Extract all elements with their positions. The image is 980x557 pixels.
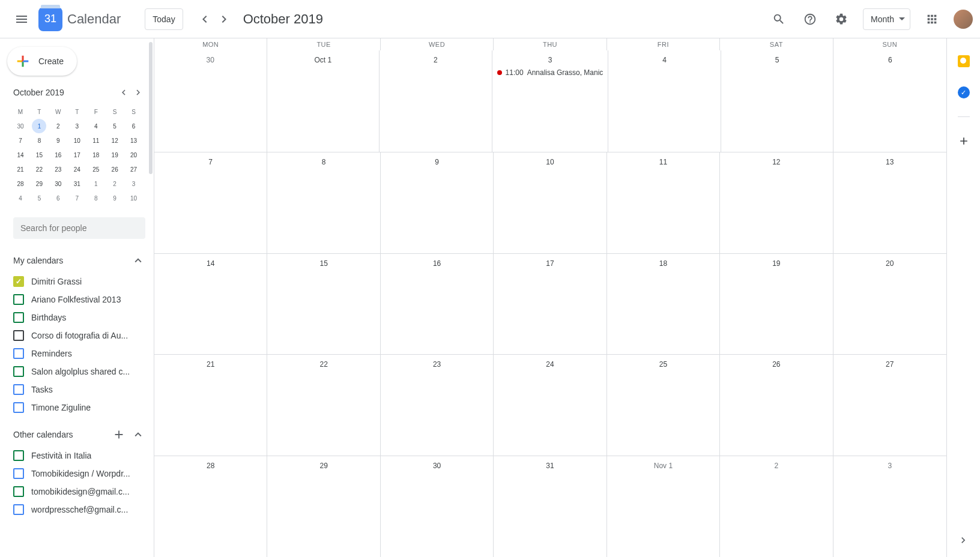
calendar-checkbox[interactable] xyxy=(13,450,24,461)
view-selector[interactable]: Month xyxy=(863,8,910,30)
day-cell[interactable]: 18 xyxy=(607,254,720,355)
day-cell[interactable]: 3 xyxy=(833,456,946,557)
my-calendar-item[interactable]: Birthdays xyxy=(13,309,148,327)
day-cell[interactable]: 5 xyxy=(721,50,834,152)
mini-day[interactable]: 31 xyxy=(70,176,84,191)
mini-day[interactable]: 12 xyxy=(107,133,122,148)
other-calendar-item[interactable]: Tomobikidesign / Worpdr... xyxy=(13,465,148,483)
search-people-input[interactable] xyxy=(20,223,138,233)
mini-day[interactable]: 5 xyxy=(107,119,122,133)
other-calendars-header[interactable]: Other calendars xyxy=(13,423,148,447)
my-calendar-item[interactable]: Dimitri Grassi xyxy=(13,272,148,291)
day-cell[interactable]: 21 xyxy=(154,355,267,456)
mini-day[interactable]: 26 xyxy=(107,162,122,176)
search-people[interactable] xyxy=(13,217,145,239)
calendar-checkbox[interactable] xyxy=(13,504,24,515)
mini-day[interactable]: 5 xyxy=(32,191,46,205)
mini-day[interactable]: 27 xyxy=(127,162,141,176)
my-calendars-collapse[interactable] xyxy=(129,251,148,270)
day-cell[interactable]: 22 xyxy=(267,355,380,456)
create-button[interactable]: Create xyxy=(7,47,77,76)
day-cell[interactable]: 28 xyxy=(154,456,267,557)
day-cell[interactable]: 23 xyxy=(381,355,494,456)
mini-prev-button[interactable] xyxy=(116,85,131,100)
day-cell[interactable]: 8 xyxy=(267,152,380,253)
mini-day[interactable]: 19 xyxy=(107,148,122,162)
mini-day[interactable]: 10 xyxy=(70,133,84,148)
mini-day[interactable]: 7 xyxy=(13,133,28,148)
day-cell[interactable]: 13 xyxy=(833,152,946,253)
day-cell[interactable]: 30 xyxy=(154,50,267,152)
mini-day[interactable]: 21 xyxy=(13,162,28,176)
day-cell[interactable]: 2 xyxy=(720,456,833,557)
day-cell[interactable]: 16 xyxy=(381,254,494,355)
my-calendar-item[interactable]: Timone Ziguline xyxy=(13,399,148,417)
calendar-event[interactable]: 11:00Annalisa Grasso, Manic xyxy=(495,67,606,78)
add-other-calendar[interactable] xyxy=(109,425,129,444)
day-cell[interactable]: 25 xyxy=(607,355,720,456)
day-cell[interactable]: 311:00Annalisa Grasso, Manic xyxy=(492,50,609,152)
other-calendar-item[interactable]: Festività in Italia xyxy=(13,447,148,465)
main-menu-button[interactable] xyxy=(7,5,36,34)
day-cell[interactable]: 14 xyxy=(154,254,267,355)
calendar-checkbox[interactable] xyxy=(13,294,24,305)
day-cell[interactable]: 15 xyxy=(267,254,380,355)
mini-day[interactable]: 15 xyxy=(32,148,46,162)
my-calendar-item[interactable]: Ariano Folkfestival 2013 xyxy=(13,291,148,309)
day-cell[interactable]: 10 xyxy=(494,152,606,253)
mini-day[interactable]: 23 xyxy=(51,162,65,176)
my-calendar-item[interactable]: Reminders xyxy=(13,345,148,363)
mini-day[interactable]: 18 xyxy=(89,148,103,162)
mini-day[interactable]: 28 xyxy=(13,176,28,191)
mini-day[interactable]: 29 xyxy=(32,176,46,191)
day-cell[interactable]: 29 xyxy=(267,456,380,557)
mini-day[interactable]: 8 xyxy=(32,133,46,148)
day-cell[interactable]: Nov 1 xyxy=(607,456,720,557)
mini-day[interactable]: 10 xyxy=(127,191,141,205)
day-cell[interactable]: 27 xyxy=(833,355,946,456)
mini-day[interactable]: 24 xyxy=(70,162,84,176)
mini-day[interactable]: 3 xyxy=(127,176,141,191)
mini-day[interactable]: 16 xyxy=(51,148,65,162)
calendar-checkbox[interactable] xyxy=(13,330,24,341)
sidebar-scrollbar[interactable] xyxy=(149,42,153,174)
mini-day[interactable]: 2 xyxy=(51,119,65,133)
my-calendar-item[interactable]: Corso di fotografia di Au... xyxy=(13,327,148,345)
mini-day[interactable]: 4 xyxy=(13,191,28,205)
calendar-checkbox[interactable] xyxy=(13,486,24,497)
day-cell[interactable]: 17 xyxy=(494,254,606,355)
mini-next-button[interactable] xyxy=(131,85,145,100)
mini-day[interactable]: 3 xyxy=(70,119,84,133)
day-cell[interactable]: 31 xyxy=(494,456,606,557)
calendar-checkbox[interactable] xyxy=(13,402,24,413)
mini-day[interactable]: 6 xyxy=(127,119,141,133)
mini-day[interactable]: 9 xyxy=(107,191,122,205)
calendar-checkbox[interactable] xyxy=(13,348,24,359)
settings-button[interactable] xyxy=(827,5,856,34)
other-calendar-item[interactable]: tomobikidesign@gmail.c... xyxy=(13,483,148,501)
day-cell[interactable]: 30 xyxy=(381,456,494,557)
keep-app[interactable] xyxy=(952,49,976,73)
mini-day[interactable]: 6 xyxy=(51,191,65,205)
my-calendar-item[interactable]: Salon algolplus shared c... xyxy=(13,363,148,381)
prev-month-button[interactable] xyxy=(195,10,214,29)
today-button[interactable]: Today xyxy=(145,8,183,30)
mini-day[interactable]: 20 xyxy=(127,148,141,162)
help-button[interactable] xyxy=(796,5,824,34)
mini-day[interactable]: 8 xyxy=(89,191,103,205)
next-month-button[interactable] xyxy=(214,10,234,29)
mini-day[interactable]: 2 xyxy=(107,176,122,191)
calendar-checkbox[interactable] xyxy=(13,276,24,287)
mini-day[interactable]: 22 xyxy=(32,162,46,176)
mini-day[interactable]: 1 xyxy=(32,119,46,133)
other-calendar-item[interactable]: wordpresschef@gmail.c... xyxy=(13,501,148,519)
tasks-app[interactable] xyxy=(952,80,976,104)
mini-day[interactable]: 30 xyxy=(51,176,65,191)
calendar-checkbox[interactable] xyxy=(13,366,24,377)
day-cell[interactable]: 26 xyxy=(720,355,833,456)
logo[interactable]: 31 Calendar xyxy=(38,7,121,31)
day-cell[interactable]: 20 xyxy=(833,254,946,355)
add-addon-button[interactable] xyxy=(952,129,976,153)
day-cell[interactable]: Oct 1 xyxy=(267,50,380,152)
search-button[interactable] xyxy=(764,5,793,34)
